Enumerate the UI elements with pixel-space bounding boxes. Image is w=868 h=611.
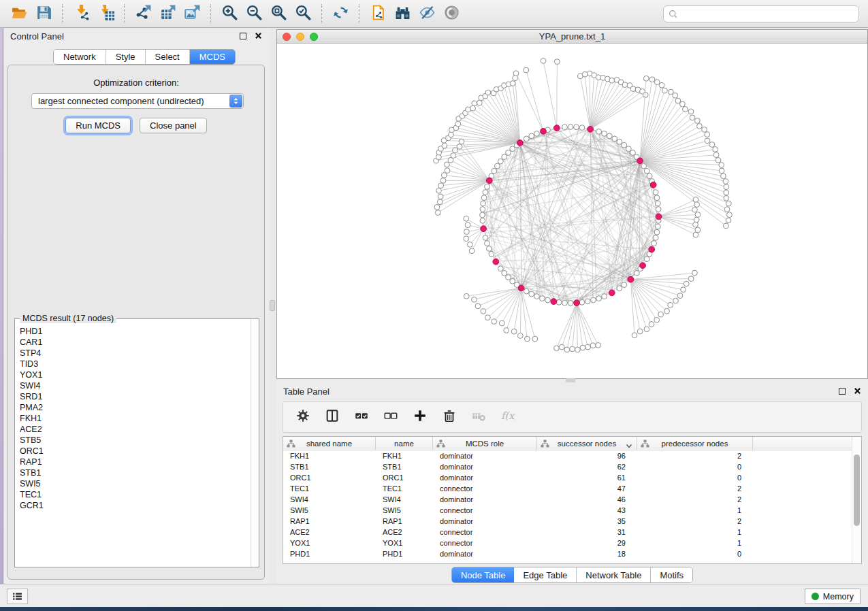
table-toolbar: f(x) [283, 401, 862, 433]
tab-motifs[interactable]: Motifs [651, 567, 692, 582]
mcds-result-item[interactable]: STB5 [20, 435, 250, 446]
task-history-button[interactable] [7, 589, 28, 604]
table-row[interactable]: RAP1RAP1dominator352 [283, 516, 852, 527]
mcds-result-item[interactable]: RAP1 [20, 457, 250, 467]
table-row[interactable]: YOX1YOX1connector291 [283, 538, 852, 548]
add-button[interactable] [411, 408, 429, 426]
function-builder-icon: f(x) [500, 408, 515, 426]
optimization-criterion-select[interactable]: largest connected component (undirected) [31, 93, 244, 109]
tab-edge-table[interactable]: Edge Table [514, 567, 577, 582]
mcds-buttons-row: Run MCDS Close panel [8, 118, 264, 133]
export-table-button[interactable] [155, 3, 180, 24]
mcds-result-item[interactable]: ORC1 [20, 446, 250, 457]
tab-node-table[interactable]: Node Table [452, 567, 515, 582]
select-stepper-icon [229, 95, 242, 108]
cell-successor-nodes: 31 [537, 527, 637, 538]
mcds-result-item[interactable]: SRD1 [20, 391, 250, 402]
select-all-button[interactable] [353, 408, 370, 426]
delete-button[interactable] [440, 408, 458, 426]
import-table-button[interactable] [93, 3, 118, 24]
column-header-name[interactable]: name [376, 437, 433, 450]
close-panel-icon[interactable] [854, 386, 861, 397]
save-button[interactable] [31, 3, 56, 24]
table-row[interactable]: SWI5SWI5connector431 [283, 505, 852, 516]
search-input[interactable] [663, 5, 859, 22]
network-canvas[interactable] [277, 44, 867, 378]
toolbar-separator [321, 4, 322, 23]
mcds-result-item[interactable]: SWI5 [20, 478, 250, 489]
network-view-window: YPA_prune.txt_1 [276, 29, 868, 379]
zoom-selected-button[interactable] [291, 3, 315, 24]
table-row[interactable]: FKH1FKH1dominator962 [283, 450, 852, 461]
mcds-result-item[interactable]: GCR1 [20, 500, 250, 511]
memory-button[interactable]: Memory [805, 589, 861, 604]
hide-network-button[interactable] [415, 3, 439, 24]
settings-gear-button[interactable] [294, 408, 312, 426]
zoom-fit-button[interactable] [266, 3, 291, 24]
mcds-result-item[interactable]: STB1 [20, 467, 250, 478]
close-panel-icon[interactable] [255, 31, 262, 42]
binoculars-button[interactable] [390, 3, 415, 24]
tab-network-table[interactable]: Network Table [577, 567, 651, 582]
export-network-button[interactable] [131, 3, 155, 24]
desktop-wallpaper [0, 607, 868, 611]
network-window-titlebar[interactable]: YPA_prune.txt_1 [277, 30, 867, 44]
import-table-icon [97, 4, 114, 24]
mcds-result-item[interactable]: STP4 [20, 348, 250, 359]
table-row[interactable]: TEC1TEC1connector472 [283, 483, 852, 494]
mcds-result-item[interactable]: TEC1 [20, 489, 250, 500]
zoom-out-button[interactable] [242, 3, 266, 24]
network-leaf-nodes[interactable] [434, 59, 733, 352]
status-bar: Memory [0, 584, 868, 607]
cell-MCDS-role: connector [433, 538, 537, 548]
open-folder-button[interactable] [7, 3, 31, 24]
mcds-result-list[interactable]: PHD1CAR1STP4TID3YOX1SWI4SRD1PMA2FKH1ACE2… [16, 325, 250, 566]
float-panel-icon[interactable] [839, 388, 846, 395]
mcds-result-item[interactable]: TID3 [20, 359, 250, 369]
column-header-predecessor-nodes[interactable]: predecessor nodes [637, 437, 753, 450]
mcds-result-item[interactable]: PHD1 [20, 326, 250, 337]
clone-network-button[interactable] [366, 3, 390, 24]
mcds-result-item[interactable]: CAR1 [20, 337, 250, 348]
control-panel-tabs: NetworkStyleSelectMCDS [53, 49, 236, 65]
column-header-successor-nodes[interactable]: successor nodes [537, 437, 637, 450]
toolbar-separator [124, 4, 125, 23]
delete-columns-icon [471, 408, 486, 426]
table-row[interactable]: SWI4SWI4dominator462 [283, 494, 852, 505]
float-panel-icon[interactable] [240, 33, 246, 39]
mcds-result-item[interactable]: PMA2 [20, 402, 250, 413]
network-graph[interactable] [277, 44, 867, 378]
horizontal-splitter-handle[interactable] [566, 378, 575, 382]
mcds-result-item[interactable]: SWI4 [20, 380, 250, 391]
table-row[interactable]: PHD1PHD1dominator180 [283, 548, 852, 559]
mcds-result-item[interactable]: YOX1 [20, 369, 250, 380]
table-row[interactable]: STB1STB1dominator620 [283, 461, 852, 472]
vertical-splitter[interactable] [269, 28, 276, 584]
zoom-in-button[interactable] [217, 3, 242, 24]
table-row[interactable]: ORC1ORC1dominator610 [283, 472, 852, 483]
optimization-criterion-label: Optimization criterion: [8, 78, 264, 88]
cell-predecessor-nodes: 1 [637, 527, 753, 538]
export-image-button[interactable] [180, 3, 204, 24]
tab-mcds[interactable]: MCDS [190, 50, 235, 64]
mcds-result-item[interactable]: ACE2 [20, 424, 250, 435]
mcds-result-item[interactable]: FKH1 [20, 413, 250, 424]
column-label: MCDS role [466, 440, 504, 448]
close-panel-button[interactable]: Close panel [140, 118, 207, 133]
run-mcds-button[interactable]: Run MCDS [65, 118, 131, 133]
refresh-button[interactable] [328, 3, 353, 24]
import-network-button[interactable] [69, 3, 93, 24]
tab-style[interactable]: Style [106, 50, 146, 64]
deselect-all-button[interactable] [382, 408, 400, 426]
table-row[interactable]: ACE2ACE2connector311 [283, 527, 852, 538]
mcds-result-scrollbar[interactable] [251, 319, 259, 567]
table-scrollbar-thumb[interactable] [854, 455, 860, 526]
table-scrollbar[interactable] [852, 437, 861, 563]
vertical-splitter-handle[interactable] [270, 300, 275, 311]
column-header-MCDS-role[interactable]: MCDS role [433, 437, 537, 450]
toggle-columns-button[interactable] [323, 408, 341, 426]
show-eye-button[interactable] [439, 3, 464, 24]
tab-network[interactable]: Network [54, 50, 106, 64]
column-header-shared-name[interactable]: shared name [283, 437, 376, 450]
tab-select[interactable]: Select [146, 50, 190, 64]
